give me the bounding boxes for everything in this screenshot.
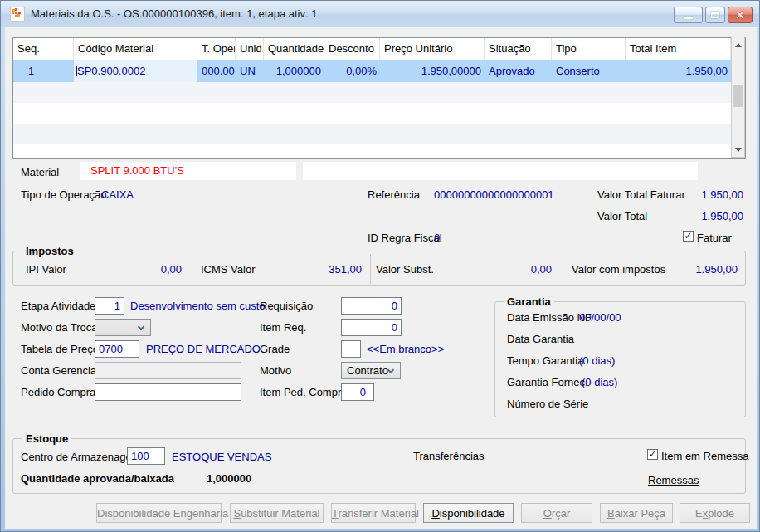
estoque-groupbox xyxy=(12,438,746,494)
pedido-compra-input[interactable] xyxy=(95,383,241,401)
materials-grid: Seq. Código Material T. Oper Unid. Quant… xyxy=(12,37,746,159)
centro-armazenagem-label: Centro de Armazenagem xyxy=(21,451,141,463)
transferir-material-button[interactable]: Transferir Material xyxy=(331,503,416,523)
grade-label: Grade xyxy=(260,343,290,355)
impostos-title: Impostos xyxy=(22,245,77,257)
item-req-input[interactable] xyxy=(341,319,402,336)
tempo-garantia-value: (0 dias) xyxy=(579,354,615,367)
tabela-preco-label: Tabela de Preço xyxy=(21,343,99,355)
remessas-link[interactable]: Remessas xyxy=(648,474,699,486)
empty-grid-row xyxy=(13,103,745,124)
scroll-down-button[interactable] xyxy=(732,143,744,156)
materiais-os-dialog: Materiais da O.S. - OS:000000100396, ite… xyxy=(0,0,760,532)
close-button[interactable] xyxy=(728,7,753,23)
cell-preco-unitario: 1.950,00000 xyxy=(380,60,485,82)
scroll-down-icon xyxy=(735,148,742,152)
garantia-fornec-value: (0 dias) xyxy=(582,376,617,388)
requisicao-label: Requisição xyxy=(260,300,313,312)
empty-grid-row xyxy=(13,124,745,144)
numero-serie-label: Número de Série xyxy=(507,398,588,410)
id-regra-fiscal-label: ID Regra Fiscal xyxy=(368,232,442,244)
valor-com-impostos-value: 1.950,00 xyxy=(665,263,738,276)
col-header-unid: Unid. xyxy=(236,38,264,60)
col-header-t-oper: T. Oper xyxy=(197,38,236,60)
valor-total-label: Valor Total xyxy=(597,210,647,222)
garantia-title: Garantia xyxy=(504,295,554,308)
col-header-codigo-material: Código Material xyxy=(74,38,197,60)
maximize-button[interactable] xyxy=(705,7,725,23)
tempo-garantia-label: Tempo Garantia xyxy=(507,354,584,367)
data-garantia-label: Data Garantia xyxy=(507,333,574,345)
item-ped-compra-label: Item Ped. Compra xyxy=(260,386,348,398)
disponibilidade-engenharia-button[interactable]: Disponibilidade Engenharia xyxy=(96,503,222,523)
item-em-remessa-checkbox[interactable] xyxy=(647,449,658,460)
faturar-checkbox[interactable] xyxy=(683,231,694,242)
col-header-tipo: Tipo xyxy=(552,38,626,60)
cell-quantidade: 1,000000 xyxy=(264,60,324,82)
ipi-valor-label: IPI Valor xyxy=(26,263,66,276)
grid-header: Seq. Código Material T. Oper Unid. Quant… xyxy=(13,38,745,60)
id-regra-fiscal-value: 0 xyxy=(434,232,440,244)
transferencias-link[interactable]: Transferências xyxy=(413,450,485,462)
referencia-value: 00000000000000000001 xyxy=(434,188,554,201)
cell-seq: 1 xyxy=(13,60,74,82)
table-row[interactable]: 1 SP0.900.0002 000.00 UN 1,000000 0,00% … xyxy=(13,60,745,82)
disponibilidade-button[interactable]: Disponibilidade xyxy=(423,503,514,523)
grade-input[interactable] xyxy=(341,340,361,358)
col-header-quantidade: Quantidade xyxy=(264,38,324,60)
valor-total-value: 1.950,00 xyxy=(665,210,743,222)
conta-gerencial-input[interactable] xyxy=(95,362,241,379)
conta-gerencial-label: Conta Gerencial xyxy=(21,364,99,377)
pedido-compra-label: Pedido Compra xyxy=(21,386,95,398)
orcar-button[interactable]: Orçar xyxy=(521,503,592,523)
tabela-preco-input[interactable] xyxy=(95,340,139,358)
motivo-label: Motivo xyxy=(260,364,291,377)
scroll-up-icon xyxy=(735,43,742,47)
minimize-icon xyxy=(684,17,693,19)
substituir-material-button[interactable]: Substituir Material xyxy=(230,503,324,523)
centro-armazenagem-description: ESTOQUE VENDAS xyxy=(172,451,271,463)
requisicao-input[interactable] xyxy=(341,297,402,315)
item-req-label: Item Req. xyxy=(260,321,306,334)
grid-vertical-scrollbar[interactable] xyxy=(731,37,745,158)
col-header-situacao: Situação xyxy=(485,38,552,60)
icms-valor-value: 351,00 xyxy=(287,263,362,276)
col-header-seq: Seq. xyxy=(13,38,74,60)
faturar-label: Faturar xyxy=(697,232,732,244)
material-description-field: SPLIT 9.000 BTU'S xyxy=(80,162,296,180)
valor-total-faturar-value: 1.950,00 xyxy=(665,188,743,201)
empty-grid-row xyxy=(13,144,745,159)
cell-total-item: 1.950,00 xyxy=(626,60,731,82)
etapa-atividade-input[interactable] xyxy=(95,297,124,315)
baixar-peca-button[interactable]: Baixar Peça xyxy=(600,503,673,523)
etapa-atividade-description: Desenvolvimento sem custo xyxy=(130,300,266,312)
estoque-title: Estoque xyxy=(22,432,71,445)
tipo-operacao-label: Tipo de Operação xyxy=(21,188,107,201)
cell-situacao: Aprovado xyxy=(485,60,552,82)
material-label: Material xyxy=(21,166,59,178)
ipi-valor-value: 0,00 xyxy=(109,263,182,276)
col-header-preco-unitario: Preço Unitário xyxy=(380,38,485,60)
motivo-troca-label: Motivo da Troca xyxy=(21,321,98,334)
cell-t-oper: 000.00 xyxy=(197,60,236,82)
etapa-atividade-label: Etapa Atividade xyxy=(21,300,95,312)
minimize-button[interactable] xyxy=(674,7,703,23)
item-ped-compra-input[interactable] xyxy=(341,383,374,401)
scrollbar-thumb[interactable] xyxy=(733,85,743,107)
valor-com-impostos-label: Valor com impostos xyxy=(572,263,665,276)
tipo-operacao-value: CAIXA xyxy=(101,188,134,201)
scroll-up-button[interactable] xyxy=(732,38,744,51)
col-header-desconto: Desconto xyxy=(324,38,380,60)
centro-armazenagem-input[interactable] xyxy=(127,447,165,465)
item-em-remessa-label: Item em Remessa xyxy=(661,450,748,462)
cell-tipo: Conserto xyxy=(552,60,626,82)
window-title: Materiais da O.S. - OS:000000100396, ite… xyxy=(31,7,317,20)
titlebar[interactable]: Materiais da O.S. - OS:000000100396, ite… xyxy=(1,1,760,27)
explode-button[interactable]: Explode xyxy=(680,503,750,523)
grade-description: <<Em branco>> xyxy=(367,343,444,355)
codigo-material-edit-cell[interactable]: SP0.900.0002 xyxy=(74,60,197,82)
material-description-field-2 xyxy=(303,162,698,180)
empty-grid-row xyxy=(13,82,745,103)
valor-subst-label: Valor Subst. xyxy=(376,263,434,276)
valor-subst-value: 0,00 xyxy=(474,263,552,276)
